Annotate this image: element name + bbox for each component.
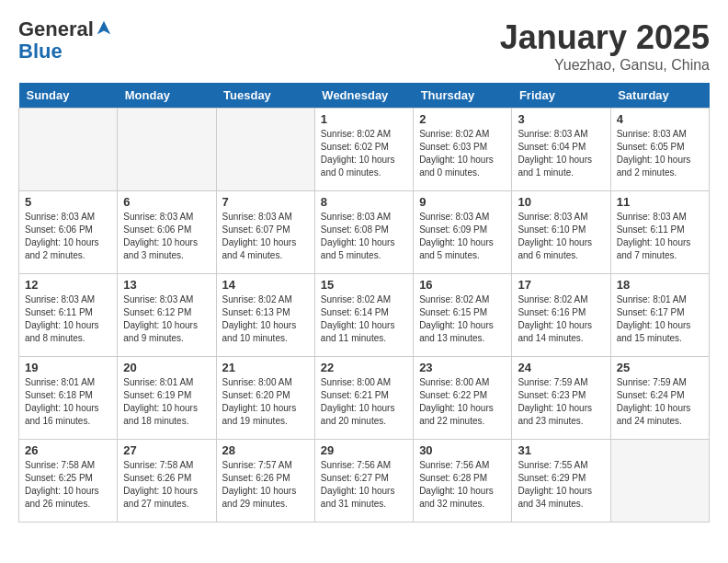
day-number: 30 <box>419 443 506 457</box>
day-info: Sunrise: 7:57 AMSunset: 6:26 PMDaylight:… <box>222 459 309 511</box>
day-info: Sunrise: 8:02 AMSunset: 6:16 PMDaylight:… <box>518 293 604 345</box>
calendar-cell: 1Sunrise: 8:02 AMSunset: 6:02 PMDaylight… <box>314 109 413 191</box>
calendar-cell: 5Sunrise: 8:03 AMSunset: 6:06 PMDaylight… <box>19 191 118 274</box>
calendar-title: January 2025 <box>500 18 710 57</box>
day-number: 18 <box>617 278 703 292</box>
calendar-cell: 29Sunrise: 7:56 AMSunset: 6:27 PMDayligh… <box>314 440 413 523</box>
calendar-week-1: 5Sunrise: 8:03 AMSunset: 6:06 PMDaylight… <box>19 191 710 274</box>
day-info: Sunrise: 8:00 AMSunset: 6:20 PMDaylight:… <box>222 376 309 428</box>
day-info: Sunrise: 8:03 AMSunset: 6:07 PMDaylight:… <box>222 211 309 262</box>
calendar-cell: 2Sunrise: 8:02 AMSunset: 6:03 PMDaylight… <box>414 109 512 191</box>
calendar-cell: 6Sunrise: 8:03 AMSunset: 6:06 PMDaylight… <box>118 191 216 274</box>
svg-marker-0 <box>97 21 110 34</box>
day-info: Sunrise: 8:01 AMSunset: 6:17 PMDaylight:… <box>617 293 703 345</box>
day-info: Sunrise: 8:03 AMSunset: 6:04 PMDaylight:… <box>518 128 604 179</box>
calendar-cell <box>610 440 709 523</box>
day-number: 8 <box>321 195 407 209</box>
day-number: 31 <box>518 443 604 457</box>
day-number: 21 <box>222 361 309 374</box>
day-number: 4 <box>617 112 703 126</box>
calendar-cell: 25Sunrise: 7:59 AMSunset: 6:24 PMDayligh… <box>610 357 709 440</box>
day-number: 9 <box>419 195 506 209</box>
day-info: Sunrise: 7:56 AMSunset: 6:28 PMDaylight:… <box>419 459 506 511</box>
day-header-tuesday: Tuesday <box>216 83 314 109</box>
day-info: Sunrise: 8:03 AMSunset: 6:10 PMDaylight:… <box>518 211 604 262</box>
calendar-cell: 7Sunrise: 8:03 AMSunset: 6:07 PMDaylight… <box>216 191 314 274</box>
day-number: 27 <box>123 443 210 457</box>
day-number: 28 <box>222 443 309 457</box>
day-info: Sunrise: 8:00 AMSunset: 6:22 PMDaylight:… <box>419 376 506 428</box>
day-info: Sunrise: 8:00 AMSunset: 6:21 PMDaylight:… <box>321 376 407 428</box>
day-number: 22 <box>321 361 407 374</box>
calendar-cell: 17Sunrise: 8:02 AMSunset: 6:16 PMDayligh… <box>512 274 610 357</box>
calendar-cell: 10Sunrise: 8:03 AMSunset: 6:10 PMDayligh… <box>512 191 610 274</box>
day-info: Sunrise: 8:03 AMSunset: 6:12 PMDaylight:… <box>123 293 210 345</box>
day-number: 20 <box>123 361 210 374</box>
calendar-cell <box>19 109 118 191</box>
day-header-thursday: Thursday <box>414 83 512 109</box>
day-info: Sunrise: 8:02 AMSunset: 6:13 PMDaylight:… <box>222 293 309 345</box>
day-number: 15 <box>321 278 407 292</box>
calendar-cell: 24Sunrise: 7:59 AMSunset: 6:23 PMDayligh… <box>512 357 610 440</box>
calendar-cell: 20Sunrise: 8:01 AMSunset: 6:19 PMDayligh… <box>118 357 216 440</box>
day-info: Sunrise: 8:03 AMSunset: 6:11 PMDaylight:… <box>25 293 111 345</box>
day-info: Sunrise: 8:01 AMSunset: 6:19 PMDaylight:… <box>123 376 210 428</box>
day-number: 25 <box>617 361 703 374</box>
day-number: 3 <box>518 112 604 126</box>
day-info: Sunrise: 8:03 AMSunset: 6:11 PMDaylight:… <box>617 211 703 262</box>
logo-text: General Blue <box>18 18 112 63</box>
day-number: 14 <box>222 278 309 292</box>
calendar-cell: 21Sunrise: 8:00 AMSunset: 6:20 PMDayligh… <box>216 357 314 440</box>
day-number: 12 <box>25 278 111 292</box>
calendar-cell: 26Sunrise: 7:58 AMSunset: 6:25 PMDayligh… <box>19 440 118 523</box>
day-header-sunday: Sunday <box>19 83 118 109</box>
day-header-wednesday: Wednesday <box>314 83 413 109</box>
day-number: 1 <box>321 112 407 126</box>
calendar-cell: 22Sunrise: 8:00 AMSunset: 6:21 PMDayligh… <box>314 357 413 440</box>
day-info: Sunrise: 8:03 AMSunset: 6:08 PMDaylight:… <box>321 211 407 262</box>
calendar-cell: 11Sunrise: 8:03 AMSunset: 6:11 PMDayligh… <box>610 191 709 274</box>
day-number: 5 <box>25 195 111 209</box>
day-number: 6 <box>123 195 210 209</box>
logo-icon <box>96 19 112 36</box>
calendar-cell: 3Sunrise: 8:03 AMSunset: 6:04 PMDaylight… <box>512 109 610 191</box>
calendar-week-0: 1Sunrise: 8:02 AMSunset: 6:02 PMDaylight… <box>19 109 710 191</box>
day-number: 24 <box>518 361 604 374</box>
day-number: 7 <box>222 195 309 209</box>
day-number: 29 <box>321 443 407 457</box>
calendar-cell: 9Sunrise: 8:03 AMSunset: 6:09 PMDaylight… <box>414 191 512 274</box>
day-number: 13 <box>123 278 210 292</box>
day-info: Sunrise: 8:01 AMSunset: 6:18 PMDaylight:… <box>25 376 111 428</box>
day-info: Sunrise: 7:59 AMSunset: 6:23 PMDaylight:… <box>518 376 604 428</box>
calendar-cell <box>118 109 216 191</box>
calendar-table: SundayMondayTuesdayWednesdayThursdayFrid… <box>18 83 710 523</box>
day-number: 23 <box>419 361 506 374</box>
calendar-cell: 19Sunrise: 8:01 AMSunset: 6:18 PMDayligh… <box>19 357 118 440</box>
calendar-cell: 28Sunrise: 7:57 AMSunset: 6:26 PMDayligh… <box>216 440 314 523</box>
calendar-subtitle: Yuezhao, Gansu, China <box>500 57 710 74</box>
day-info: Sunrise: 8:02 AMSunset: 6:03 PMDaylight:… <box>419 128 506 179</box>
day-info: Sunrise: 8:03 AMSunset: 6:05 PMDaylight:… <box>617 128 703 179</box>
day-info: Sunrise: 8:02 AMSunset: 6:15 PMDaylight:… <box>419 293 506 345</box>
day-info: Sunrise: 7:55 AMSunset: 6:29 PMDaylight:… <box>518 459 604 511</box>
title-block: January 2025 Yuezhao, Gansu, China <box>500 18 710 74</box>
calendar-cell: 15Sunrise: 8:02 AMSunset: 6:14 PMDayligh… <box>314 274 413 357</box>
day-info: Sunrise: 7:59 AMSunset: 6:24 PMDaylight:… <box>617 376 703 428</box>
calendar-cell: 12Sunrise: 8:03 AMSunset: 6:11 PMDayligh… <box>19 274 118 357</box>
calendar-cell <box>216 109 314 191</box>
calendar-cell: 31Sunrise: 7:55 AMSunset: 6:29 PMDayligh… <box>512 440 610 523</box>
day-info: Sunrise: 8:02 AMSunset: 6:02 PMDaylight:… <box>321 128 407 179</box>
calendar-cell: 14Sunrise: 8:02 AMSunset: 6:13 PMDayligh… <box>216 274 314 357</box>
logo-blue: Blue <box>18 40 63 63</box>
logo: General Blue <box>18 18 112 63</box>
day-number: 2 <box>419 112 506 126</box>
calendar-cell: 18Sunrise: 8:01 AMSunset: 6:17 PMDayligh… <box>610 274 709 357</box>
day-number: 17 <box>518 278 604 292</box>
calendar-cell: 16Sunrise: 8:02 AMSunset: 6:15 PMDayligh… <box>414 274 512 357</box>
calendar-cell: 8Sunrise: 8:03 AMSunset: 6:08 PMDaylight… <box>314 191 413 274</box>
page-header: General Blue January 2025 Yuezhao, Gansu… <box>18 18 710 74</box>
day-info: Sunrise: 8:03 AMSunset: 6:09 PMDaylight:… <box>419 211 506 262</box>
day-number: 11 <box>617 195 703 209</box>
calendar-week-4: 26Sunrise: 7:58 AMSunset: 6:25 PMDayligh… <box>19 440 710 523</box>
calendar-cell: 23Sunrise: 8:00 AMSunset: 6:22 PMDayligh… <box>414 357 512 440</box>
